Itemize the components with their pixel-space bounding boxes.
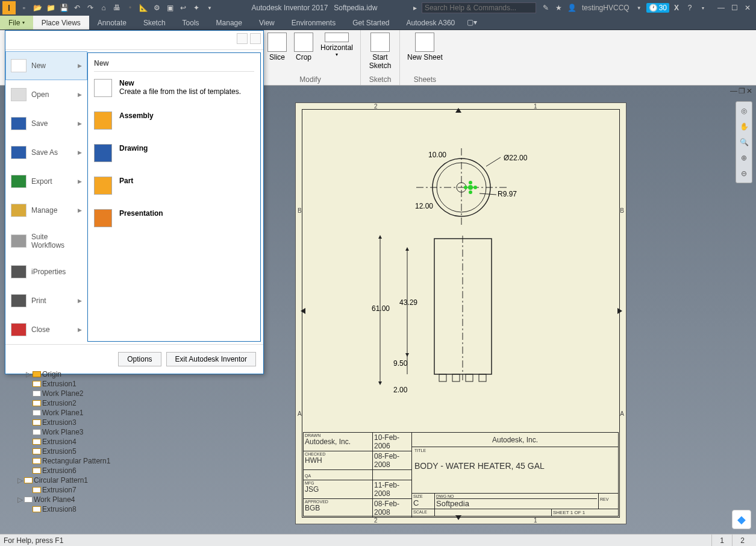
new-template-new[interactable]: NewCreate a file from the list of templa…: [94, 79, 254, 97]
tree-node-circular-pattern1[interactable]: ▷Circular Pattern1: [8, 475, 141, 485]
maximize-icon[interactable]: ☐: [728, 2, 740, 14]
small-button-2[interactable]: [250, 33, 261, 44]
file-tab[interactable]: File ▾: [0, 16, 33, 30]
doc-restore-icon[interactable]: ❐: [739, 87, 745, 95]
return-icon[interactable]: ↩: [177, 2, 189, 14]
search-input[interactable]: [422, 2, 536, 13]
tree-node-extrusion5[interactable]: Extrusion5: [8, 447, 141, 456]
tree-node-extrusion3[interactable]: Extrusion3: [8, 418, 141, 427]
status-page-2[interactable]: 2: [732, 535, 752, 546]
user-icon[interactable]: 👤: [566, 2, 578, 14]
tab-manage[interactable]: Manage: [208, 16, 251, 30]
model-browser[interactable]: ▷OriginExtrusion1Work Plane2Extrusion2Wo…: [8, 369, 141, 514]
status-page-1[interactable]: 1: [711, 535, 732, 546]
redo-icon[interactable]: ↷: [84, 2, 96, 14]
close-icon[interactable]: ✕: [742, 2, 754, 14]
zoom-icon[interactable]: 🔍: [737, 136, 751, 149]
drawing-sheet[interactable]: 2 1 2 1 B A B A 10.00 Ø22.00 12.00 R9.97: [295, 102, 626, 524]
tab-view[interactable]: View: [251, 16, 283, 30]
navwheel-icon[interactable]: ◎: [737, 104, 751, 118]
start-sketch-button[interactable]: Start Sketch: [364, 31, 396, 71]
options-button[interactable]: Options: [118, 352, 161, 366]
tab-sketch[interactable]: Sketch: [135, 16, 174, 30]
trial-badge[interactable]: 🕐30: [646, 3, 669, 13]
user-dropdown-icon[interactable]: ▼: [633, 2, 645, 14]
ribbon-expand-icon[interactable]: ▢▾: [463, 16, 481, 30]
tree-node-origin[interactable]: ▷Origin: [8, 369, 141, 379]
file-menu-item-open[interactable]: Open▶: [5, 80, 87, 109]
tab-a360[interactable]: Autodesk A360: [398, 16, 464, 30]
help-icon[interactable]: ?: [684, 2, 696, 14]
new-icon[interactable]: ▫: [18, 2, 30, 14]
small-button-1[interactable]: [237, 33, 248, 44]
ribbon-group-sketch: Start Sketch Sketch: [361, 30, 400, 85]
tree-node-extrusion8[interactable]: Extrusion8: [8, 504, 141, 514]
file-menu-item-save[interactable]: Save▶: [5, 109, 87, 138]
exchange-icon[interactable]: X: [670, 2, 683, 14]
signin-icon[interactable]: ✎: [540, 2, 552, 14]
doc-minimize-icon[interactable]: —: [730, 87, 737, 95]
project-icon[interactable]: ▣: [164, 2, 176, 14]
dim-d6: 43.29: [399, 298, 417, 307]
tree-node-extrusion6[interactable]: Extrusion6: [8, 466, 141, 475]
update-icon[interactable]: ✦: [190, 2, 202, 14]
save-icon[interactable]: 💾: [58, 2, 70, 14]
minimize-icon[interactable]: —: [715, 2, 727, 14]
file-menu-item-manage[interactable]: Manage▶: [5, 196, 87, 225]
file-menu-item-export[interactable]: Export▶: [5, 167, 87, 196]
tab-environments[interactable]: Environments: [283, 16, 344, 30]
tree-node-extrusion4[interactable]: Extrusion4: [8, 437, 141, 447]
slice-button[interactable]: Slice: [264, 31, 290, 63]
measure-icon[interactable]: 📐: [137, 2, 149, 14]
undo-icon[interactable]: ↶: [71, 2, 83, 14]
open-dwg-icon[interactable]: 📁: [45, 2, 57, 14]
favorite-icon[interactable]: ★: [553, 2, 565, 14]
wp-icon: [33, 429, 41, 435]
collab-icon[interactable]: ◆: [732, 510, 751, 529]
file-menu-item-print[interactable]: Print▶: [5, 286, 87, 315]
new-template-drawing[interactable]: Drawing: [94, 144, 254, 162]
tree-node-rectangular-pattern1[interactable]: Rectangular Pattern1: [8, 456, 141, 466]
ext-icon: [33, 400, 41, 406]
file-menu-item-close[interactable]: Close▶: [5, 315, 87, 344]
status-help: For Help, press F1: [4, 536, 63, 545]
origin-icon: [33, 371, 41, 377]
home-icon[interactable]: ⌂: [98, 2, 110, 14]
new-sheet-button[interactable]: New Sheet: [404, 31, 446, 63]
file-menu-item-new[interactable]: New▶: [5, 51, 87, 80]
new-template-presentation[interactable]: Presentation: [94, 209, 254, 227]
tab-place-views[interactable]: Place Views: [33, 16, 89, 30]
tree-node-work-plane2[interactable]: Work Plane2: [8, 389, 141, 398]
file-menu-item-save-as[interactable]: Save As▶: [5, 138, 87, 167]
tree-node-work-plane4[interactable]: ▷Work Plane4: [8, 495, 141, 504]
zoom-out-icon[interactable]: ⊖: [737, 167, 751, 180]
tab-tools[interactable]: Tools: [174, 16, 208, 30]
user-name[interactable]: testingHVCCQ: [582, 4, 629, 12]
app-options-icon[interactable]: ⚙: [151, 2, 163, 14]
tree-node-extrusion2[interactable]: Extrusion2: [8, 398, 141, 408]
tree-node-extrusion1[interactable]: Extrusion1: [8, 379, 141, 389]
print-icon[interactable]: 🖶: [111, 2, 123, 14]
file-menu-item-iproperties[interactable]: iProperties: [5, 257, 87, 286]
tab-annotate[interactable]: Annotate: [89, 16, 135, 30]
new-template-assembly[interactable]: Assembly: [94, 111, 254, 130]
window-title: Autodesk Inventor 2017 Softpedia.idw: [216, 4, 413, 12]
new-template-part[interactable]: Part: [94, 177, 254, 195]
horizontal-button[interactable]: Horizontal▾: [317, 31, 357, 63]
pan-icon[interactable]: ✋: [737, 120, 751, 133]
file-menu-item-suite-workflows[interactable]: Suite Workflows: [5, 225, 87, 257]
zoom-in-icon[interactable]: ⊕: [737, 151, 751, 165]
wp-icon: [24, 497, 33, 503]
tree-node-work-plane1[interactable]: Work Plane1: [8, 408, 141, 418]
open-icon[interactable]: 📂: [31, 2, 43, 14]
tree-node-work-plane3[interactable]: Work Plane3: [8, 427, 141, 437]
doc-close-icon[interactable]: ✕: [746, 87, 752, 95]
exit-button[interactable]: Exit Autodesk Inventor: [166, 352, 256, 366]
template-icon: [94, 79, 112, 97]
tree-node-extrusion7[interactable]: Extrusion7: [8, 485, 141, 495]
crop-button[interactable]: Crop: [290, 31, 317, 63]
ext-icon: [33, 381, 41, 387]
help-dropdown-icon[interactable]: ▾: [697, 2, 709, 14]
qat-dropdown-icon[interactable]: ▼: [204, 2, 216, 14]
tab-get-started[interactable]: Get Started: [344, 16, 398, 30]
